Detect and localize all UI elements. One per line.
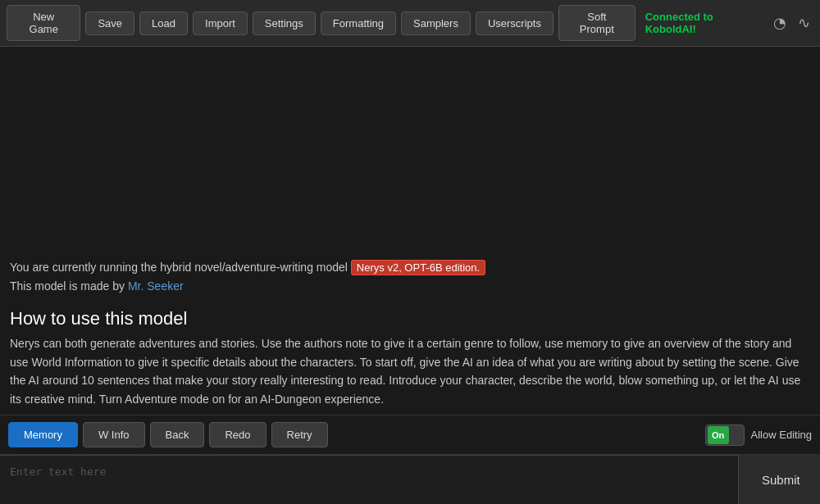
retry-button[interactable]: Retry (271, 422, 328, 447)
userscripts-button[interactable]: Userscripts (476, 11, 554, 35)
model-info: You are currently running the hybrid nov… (10, 258, 810, 295)
how-to-body: Nerys can both generate adventures and s… (10, 334, 810, 408)
allow-editing-label: Allow Editing (751, 429, 812, 441)
author-line-text: This model is made by (10, 279, 125, 293)
samplers-button[interactable]: Samplers (401, 11, 471, 35)
wifi-icon-button[interactable]: ∿ (795, 12, 813, 34)
how-to-title: How to use this model (10, 308, 810, 329)
submit-button[interactable]: Submit (738, 455, 820, 504)
main-content: You are currently running the hybrid nov… (0, 47, 820, 415)
action-bar: Memory W Info Back Redo Retry On Allow E… (0, 415, 820, 454)
winfo-button[interactable]: W Info (83, 422, 145, 447)
allow-editing-toggle[interactable]: On (705, 425, 745, 446)
story-area (10, 60, 810, 258)
load-button[interactable]: Load (139, 11, 188, 35)
memory-button[interactable]: Memory (8, 422, 78, 447)
model-line-text: You are currently running the hybrid nov… (10, 261, 348, 274)
toggle-on-label: On (708, 426, 729, 444)
import-button[interactable]: Import (193, 11, 248, 35)
top-nav: New Game Save Load Import Settings Forma… (0, 0, 820, 47)
back-button[interactable]: Back (150, 422, 205, 447)
bottom-bar: Memory W Info Back Redo Retry On Allow E… (0, 415, 820, 504)
formatting-button[interactable]: Formatting (321, 11, 396, 35)
how-to-section: How to use this model Nerys can both gen… (10, 300, 810, 408)
puzzle-icon-button[interactable]: ◔ (770, 12, 790, 34)
settings-button[interactable]: Settings (253, 11, 316, 35)
connection-status: Connected to KoboldAI! (645, 11, 758, 35)
soft-prompt-button[interactable]: Soft Prompt (558, 5, 636, 41)
allow-editing-area: On Allow Editing (705, 425, 812, 446)
new-game-button[interactable]: New Game (7, 5, 80, 41)
model-name-badge: Nerys v2, OPT-6B edition. (351, 260, 485, 275)
save-button[interactable]: Save (85, 11, 134, 35)
text-input[interactable] (0, 455, 738, 504)
author-link[interactable]: Mr. Seeker (128, 279, 184, 293)
redo-button[interactable]: Redo (209, 422, 266, 447)
input-area: Submit (0, 454, 820, 504)
